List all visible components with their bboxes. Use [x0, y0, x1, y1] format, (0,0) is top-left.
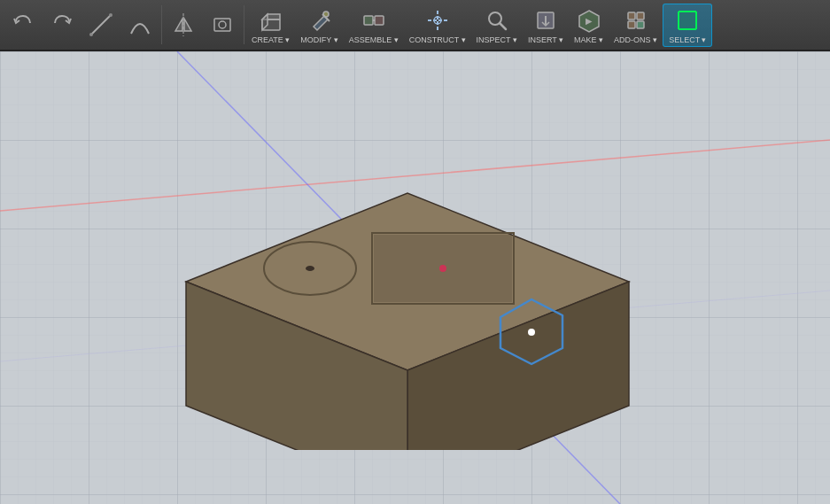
insert-group[interactable]: INSERT ▾	[523, 4, 569, 46]
svg-point-10	[323, 12, 329, 17]
construct-icon	[423, 6, 452, 35]
svg-point-1	[89, 33, 93, 36]
svg-rect-4	[214, 19, 230, 31]
divider-2	[244, 5, 244, 44]
arc-tool-icon	[126, 11, 154, 39]
divider-1	[161, 5, 162, 44]
make-group[interactable]: ▶ MAKE ▾	[569, 4, 609, 46]
redo-icon	[48, 11, 76, 39]
svg-point-2	[109, 13, 112, 17]
main-toolbar: CREATE ▾ MODIFY ▾ ASSEMBLE ▾	[0, 0, 830, 51]
svg-rect-11	[364, 16, 373, 25]
assemble-label: ASSEMBLE ▾	[349, 35, 399, 44]
svg-rect-24	[637, 12, 644, 19]
svg-rect-23	[628, 12, 635, 19]
3d-part[interactable]	[133, 122, 682, 450]
svg-rect-12	[375, 16, 384, 25]
addons-label: ADD-ONS ▾	[614, 35, 657, 44]
line-tool-button[interactable]	[81, 9, 120, 41]
construct-label: CONSTRUCT ▾	[409, 35, 466, 44]
make-label: MAKE ▾	[574, 35, 603, 44]
dimension-tool-button[interactable]	[203, 9, 242, 41]
insert-label: INSERT ▾	[528, 35, 563, 44]
addons-group[interactable]: ADD-ONS ▾	[609, 4, 663, 46]
svg-rect-26	[637, 21, 644, 28]
create-label: CREATE ▾	[252, 35, 290, 44]
construct-group[interactable]: CONSTRUCT ▾	[404, 4, 471, 46]
redo-button[interactable]	[43, 9, 81, 41]
svg-point-44	[439, 265, 446, 272]
svg-line-18	[500, 23, 506, 29]
viewport-canvas[interactable]	[0, 51, 830, 504]
line-tool-icon	[87, 11, 115, 39]
arc-tool-button[interactable]	[120, 9, 159, 41]
select-group[interactable]: SELECT ▾	[663, 4, 712, 47]
svg-rect-25	[628, 21, 635, 28]
undo-icon	[9, 11, 37, 39]
svg-line-0	[91, 15, 111, 35]
select-icon	[673, 6, 702, 35]
make-icon: ▶	[575, 6, 603, 35]
svg-text:▶: ▶	[586, 17, 593, 26]
insert-icon	[531, 6, 560, 35]
modify-group[interactable]: MODIFY ▾	[295, 4, 343, 46]
mirror-tool-button[interactable]	[164, 9, 203, 41]
inspect-label: INSPECT ▾	[477, 35, 517, 44]
svg-point-41	[306, 266, 314, 271]
undo-button[interactable]	[4, 9, 43, 41]
svg-rect-27	[679, 12, 696, 29]
create-group[interactable]: CREATE ▾	[246, 4, 295, 46]
svg-point-5	[219, 21, 226, 28]
create-icon	[257, 6, 285, 35]
select-label: SELECT ▾	[669, 35, 706, 44]
assemble-icon	[360, 6, 388, 35]
mirror-tool-icon	[169, 11, 198, 39]
assemble-group[interactable]: ASSEMBLE ▾	[344, 4, 404, 46]
modify-icon	[306, 6, 334, 35]
modify-label: MODIFY ▾	[300, 35, 337, 44]
addons-icon	[622, 6, 650, 35]
dimension-tool-icon	[208, 11, 237, 39]
inspect-icon	[483, 6, 511, 35]
svg-point-46	[528, 329, 535, 336]
inspect-group[interactable]: INSPECT ▾	[471, 4, 523, 46]
